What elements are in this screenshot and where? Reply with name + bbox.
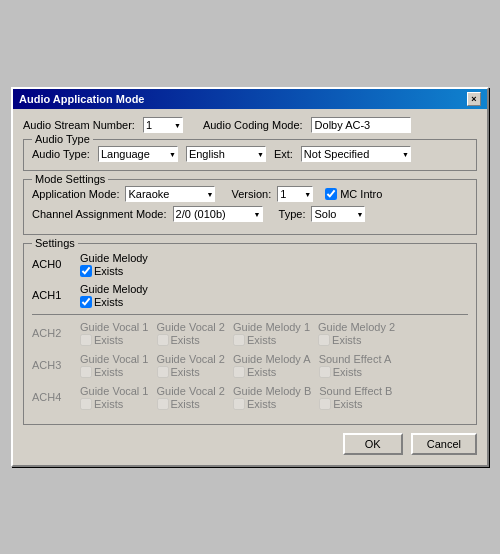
- ach2-gv2: Guide Vocal 2 Exists: [153, 319, 230, 348]
- ach0-exists-wrapper: Exists: [80, 265, 148, 277]
- ach1-label: ACH1: [32, 281, 76, 301]
- ach0-guide-melody-title: Guide Melody: [80, 252, 148, 264]
- stream-select[interactable]: 1234: [143, 117, 183, 133]
- ext-label: Ext:: [274, 148, 293, 160]
- ach3-gma-title: Guide Melody A: [233, 353, 311, 365]
- version-select-wrapper: 12: [277, 186, 313, 202]
- ach1-exists-wrapper: Exists: [80, 296, 148, 308]
- ach4-gv2-title: Guide Vocal 2: [157, 385, 226, 397]
- ach3-gma-exists: Exists: [233, 366, 311, 378]
- settings-group: Settings ACH0 Guide Melody Exists ACH1: [23, 243, 477, 425]
- channel-label: Channel Assignment Mode:: [32, 208, 167, 220]
- ach3-gv2-checkbox[interactable]: [157, 366, 169, 378]
- ach2-gv2-exists: Exists: [157, 334, 226, 346]
- ach2-gm2-label: Exists: [332, 334, 361, 346]
- ach3-gv1-checkbox[interactable]: [80, 366, 92, 378]
- ach0-row: ACH0 Guide Melody Exists: [32, 250, 468, 279]
- ach2-gv2-title: Guide Vocal 2: [157, 321, 226, 333]
- dialog-body: Audio Stream Number: 1234 Audio Coding M…: [13, 109, 487, 465]
- ach3-sea-exists: Exists: [319, 366, 392, 378]
- channel-select-wrapper: 2/0 (010b)3/0 (011b)2/1 (100b): [173, 206, 263, 222]
- ext-select[interactable]: Not SpecifiedVisually ImpairedHard of He…: [301, 146, 411, 162]
- ach2-label: ACH2: [32, 319, 76, 339]
- ach2-gv1-checkbox[interactable]: [80, 334, 92, 346]
- ach4-seb-exists: Exists: [319, 398, 392, 410]
- ach1-channels: Guide Melody Exists: [76, 281, 468, 310]
- ach2-gv2-checkbox[interactable]: [157, 334, 169, 346]
- ach4-gv2-checkbox[interactable]: [157, 398, 169, 410]
- ach2-channels: Guide Vocal 1 Exists Guide Vocal 2 Exist…: [76, 319, 468, 348]
- ach2-gv1-label: Exists: [94, 334, 123, 346]
- app-mode-select[interactable]: KaraokeComplete MainMusic and Effects: [125, 186, 215, 202]
- ok-button[interactable]: OK: [343, 433, 403, 455]
- title-bar: Audio Application Mode ×: [13, 89, 487, 109]
- ach1-guide-melody-title: Guide Melody: [80, 283, 148, 295]
- ach3-row: ACH3 Guide Vocal 1 Exists Guide Vocal 2: [32, 351, 468, 380]
- ach4-gmb-checkbox[interactable]: [233, 398, 245, 410]
- channel-row: Channel Assignment Mode: 2/0 (010b)3/0 (…: [32, 206, 468, 222]
- cancel-button[interactable]: Cancel: [411, 433, 477, 455]
- ach1-exists-checkbox[interactable]: [80, 296, 92, 308]
- mc-intro-wrapper: MC Intro: [325, 188, 382, 200]
- ach4-gv2-label: Exists: [171, 398, 200, 410]
- audio-type-select-wrapper: LanguageMusicEffectsCommentary: [98, 146, 178, 162]
- ach4-gmb-label: Exists: [247, 398, 276, 410]
- settings-legend: Settings: [32, 237, 78, 249]
- ach3-gv1-title: Guide Vocal 1: [80, 353, 149, 365]
- app-mode-row: Application Mode: KaraokeComplete MainMu…: [32, 186, 468, 202]
- dialog-window: Audio Application Mode × Audio Stream Nu…: [11, 87, 489, 467]
- ach4-gmb-exists: Exists: [233, 398, 311, 410]
- ach2-gm2-exists: Exists: [318, 334, 395, 346]
- ach4-gv1: Guide Vocal 1 Exists: [76, 383, 153, 412]
- coding-input[interactable]: [311, 117, 411, 133]
- ach4-seb-checkbox[interactable]: [319, 398, 331, 410]
- ach3-gv2-label: Exists: [171, 366, 200, 378]
- ach2-gm2-checkbox[interactable]: [318, 334, 330, 346]
- audio-type-group: Audio Type Audio Type: LanguageMusicEffe…: [23, 139, 477, 171]
- ach4-gv2-exists: Exists: [157, 398, 226, 410]
- coding-label: Audio Coding Mode:: [203, 119, 303, 131]
- audio-type-select[interactable]: LanguageMusicEffectsCommentary: [98, 146, 178, 162]
- lang-select[interactable]: EnglishFrenchSpanishGerman: [186, 146, 266, 162]
- stream-select-wrapper: 1234: [143, 117, 183, 133]
- stream-coding-row: Audio Stream Number: 1234 Audio Coding M…: [23, 117, 477, 133]
- ach4-seb: Sound Effect B Exists: [315, 383, 396, 412]
- ach2-gm1: Guide Melody 1 Exists: [229, 319, 314, 348]
- ach0-exists-checkbox[interactable]: [80, 265, 92, 277]
- ach3-sea: Sound Effect A Exists: [315, 351, 396, 380]
- ach2-gv2-label: Exists: [171, 334, 200, 346]
- app-mode-select-wrapper: KaraokeComplete MainMusic and Effects: [125, 186, 215, 202]
- ach4-gmb: Guide Melody B Exists: [229, 383, 315, 412]
- ach2-gv1-exists: Exists: [80, 334, 149, 346]
- channel-select[interactable]: 2/0 (010b)3/0 (011b)2/1 (100b): [173, 206, 263, 222]
- ach4-gv1-title: Guide Vocal 1: [80, 385, 149, 397]
- audio-type-label: Audio Type:: [32, 148, 90, 160]
- ach1-row: ACH1 Guide Melody Exists: [32, 281, 468, 310]
- ach4-gv1-exists: Exists: [80, 398, 149, 410]
- audio-type-legend: Audio Type: [32, 133, 93, 145]
- ach4-label: ACH4: [32, 383, 76, 403]
- ach4-channels: Guide Vocal 1 Exists Guide Vocal 2 Exist…: [76, 383, 468, 412]
- ach1-guide-melody: Guide Melody Exists: [76, 281, 152, 310]
- audio-type-row: Audio Type: LanguageMusicEffectsCommenta…: [32, 146, 468, 162]
- mc-intro-checkbox[interactable]: [325, 188, 337, 200]
- ach4-gv1-checkbox[interactable]: [80, 398, 92, 410]
- ach2-gv1-title: Guide Vocal 1: [80, 321, 149, 333]
- type-label: Type:: [279, 208, 306, 220]
- ach3-gv2-title: Guide Vocal 2: [157, 353, 226, 365]
- ach3-sea-checkbox[interactable]: [319, 366, 331, 378]
- mode-settings-group: Mode Settings Application Mode: KaraokeC…: [23, 179, 477, 235]
- ach2-gm1-exists: Exists: [233, 334, 310, 346]
- ach2-gm1-checkbox[interactable]: [233, 334, 245, 346]
- ach4-seb-label: Exists: [333, 398, 362, 410]
- ach4-gmb-title: Guide Melody B: [233, 385, 311, 397]
- ach4-gv2: Guide Vocal 2 Exists: [153, 383, 230, 412]
- ach2-gv1: Guide Vocal 1 Exists: [76, 319, 153, 348]
- ach3-gv2-exists: Exists: [157, 366, 226, 378]
- stream-label: Audio Stream Number:: [23, 119, 135, 131]
- ach4-seb-title: Sound Effect B: [319, 385, 392, 397]
- close-button[interactable]: ×: [467, 92, 481, 106]
- version-select[interactable]: 12: [277, 186, 313, 202]
- type-select[interactable]: SoloDuet: [311, 206, 365, 222]
- ach3-gma-checkbox[interactable]: [233, 366, 245, 378]
